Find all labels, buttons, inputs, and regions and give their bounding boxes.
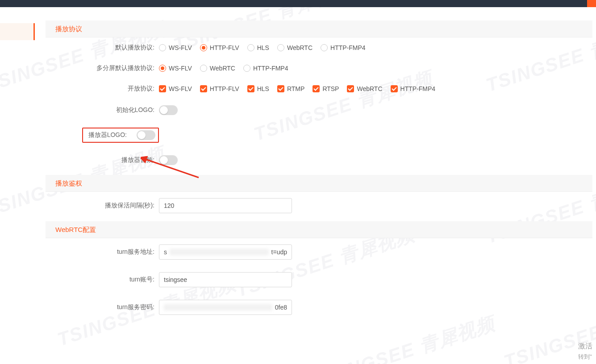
row-init-logo: 初始化LOGO:: [46, 99, 592, 121]
check-hls[interactable]: HLS: [247, 85, 269, 92]
section-head-webrtc: WebRTC配置: [46, 221, 592, 238]
section-head-play-auth: 播放鉴权: [46, 175, 592, 192]
highlight-player-logo: 播放器LOGO:: [82, 128, 159, 143]
row-keepalive: 播放保活间隔(秒):: [46, 192, 592, 219]
label-multiview-protocol: 多分屏默认播放协议:: [46, 64, 159, 72]
windows-activate-hint: 激活 转到": [578, 341, 592, 361]
radio-mv-webrtc[interactable]: WebRTC: [200, 65, 235, 72]
input-turn-addr[interactable]: s t=udp: [159, 244, 292, 260]
row-multiview-protocol: 多分屏默认播放协议: WS-FLV WebRTC HTTP-FMP4: [46, 58, 592, 79]
check-http-fmp4[interactable]: HTTP-FMP4: [391, 85, 436, 92]
top-corner-indicator: [587, 0, 596, 7]
label-turn-password: turn服务密码:: [46, 303, 159, 311]
check-ws-flv[interactable]: WS-FLV: [159, 85, 192, 92]
switch-player-audio[interactable]: [159, 155, 178, 165]
masked-turn-password: [164, 304, 272, 310]
input-turn-password[interactable]: 0fe8: [159, 300, 292, 315]
switch-player-logo[interactable]: [137, 130, 155, 140]
masked-turn-addr: [170, 249, 269, 255]
row-player-logo: 播放器LOGO:: [46, 121, 592, 149]
radio-hls[interactable]: HLS: [247, 44, 269, 51]
input-turn-account[interactable]: [159, 272, 292, 287]
label-keepalive: 播放保活间隔(秒):: [46, 202, 159, 210]
row-player-audio: 播放器音频:: [46, 149, 592, 171]
label-turn-account: turn账号:: [46, 276, 159, 284]
label-player-logo: 播放器LOGO:: [83, 131, 131, 139]
label-turn-addr: turn服务地址:: [46, 248, 159, 256]
check-rtmp[interactable]: RTMP: [277, 85, 304, 92]
radio-mv-ws-flv[interactable]: WS-FLV: [159, 65, 192, 72]
label-open-protocol: 开放协议:: [46, 85, 159, 93]
row-turn-account: turn账号:: [46, 266, 592, 294]
check-rtsp[interactable]: RTSP: [313, 85, 339, 92]
input-keepalive[interactable]: [159, 198, 292, 213]
section-head-play-protocol: 播放协议: [46, 21, 592, 37]
row-turn-password: turn服务密码: 0fe8: [46, 294, 592, 321]
switch-init-logo[interactable]: [159, 105, 178, 115]
radio-ws-flv[interactable]: WS-FLV: [159, 44, 192, 51]
radio-webrtc[interactable]: WebRTC: [277, 44, 313, 51]
label-init-logo: 初始化LOGO:: [46, 106, 159, 114]
radio-mv-http-fmp4[interactable]: HTTP-FMP4: [243, 65, 288, 72]
radio-http-fmp4[interactable]: HTTP-FMP4: [321, 44, 366, 51]
row-turn-addr: turn服务地址: s t=udp: [46, 238, 592, 266]
row-open-protocol: 开放协议: WS-FLV HTTP-FLV HLS RTMP RTSP WebR…: [46, 79, 592, 99]
check-webrtc[interactable]: WebRTC: [347, 85, 382, 92]
check-http-flv[interactable]: HTTP-FLV: [200, 85, 239, 92]
top-bar: [0, 0, 596, 7]
label-default-protocol: 默认播放协议:: [46, 44, 159, 52]
label-player-audio: 播放器音频:: [46, 156, 159, 164]
radio-http-flv[interactable]: HTTP-FLV: [200, 44, 239, 51]
row-default-protocol: 默认播放协议: WS-FLV HTTP-FLV HLS WebRTC HTTP-…: [46, 37, 592, 58]
